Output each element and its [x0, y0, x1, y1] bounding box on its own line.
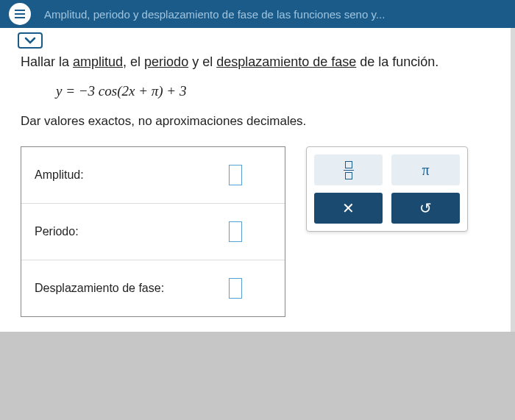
row-amplitud: Amplitud:: [21, 147, 285, 204]
expand-button[interactable]: [18, 32, 43, 49]
row-fase: Desplazamiento de fase:: [21, 260, 285, 316]
answer-box: Amplitud: Periodo: Desplazamiento de fas…: [21, 146, 285, 317]
amplitud-input[interactable]: [229, 165, 242, 185]
bottom-area: [0, 332, 515, 420]
amplitud-label: Amplitud:: [35, 168, 229, 182]
instruction-text: Hallar la amplitud, el periodo y el desp…: [21, 54, 490, 70]
close-button[interactable]: ✕: [314, 193, 383, 224]
undo-button[interactable]: ↺: [391, 193, 460, 224]
note-text: Dar valores exactos, no aproximaciones d…: [21, 114, 490, 129]
periodo-input[interactable]: [229, 221, 242, 242]
keypad: π ✕ ↺: [306, 146, 468, 232]
work-area: Amplitud: Periodo: Desplazamiento de fas…: [21, 146, 490, 317]
term-amplitud[interactable]: amplitud: [73, 54, 123, 69]
row-periodo: Periodo:: [21, 204, 285, 260]
keypad-row-2: ✕ ↺: [314, 193, 460, 224]
term-fase[interactable]: desplazamiento de fase: [216, 54, 356, 69]
menu-button[interactable]: [9, 3, 31, 25]
page-title: Amplitud, periodo y desplazamiento de fa…: [44, 8, 385, 21]
content-wrap: Hallar la amplitud, el periodo y el desp…: [0, 28, 511, 332]
fraction-icon: [344, 161, 354, 179]
keypad-row-1: π: [314, 154, 460, 185]
chevron-down-icon: [24, 37, 36, 44]
pi-button[interactable]: π: [391, 154, 460, 185]
hamburger-icon: [15, 10, 25, 18]
periodo-label: Periodo:: [35, 225, 229, 238]
topbar: Amplitud, periodo y desplazamiento de fa…: [0, 0, 515, 28]
term-periodo[interactable]: periodo: [144, 54, 188, 69]
fraction-button[interactable]: [314, 154, 383, 185]
problem-area: Hallar la amplitud, el periodo y el desp…: [0, 28, 511, 332]
fase-label: Desplazamiento de fase:: [35, 282, 229, 295]
equation: y = −3 cos(2x + π) + 3: [56, 83, 490, 99]
fase-input[interactable]: [229, 278, 242, 299]
